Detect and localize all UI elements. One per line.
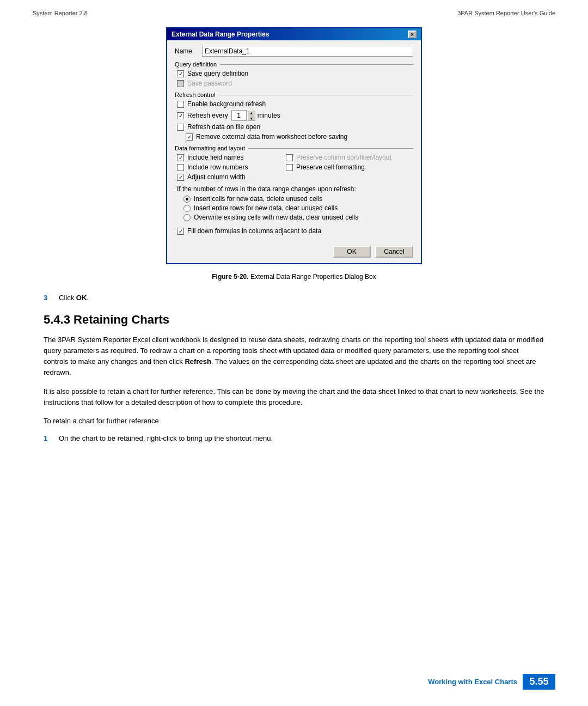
refresh-every-label: Refresh every xyxy=(187,112,228,119)
include-row-col: Include row numbers xyxy=(177,163,286,171)
refresh-every-row: Refresh every ▲ ▼ minutes xyxy=(175,110,413,121)
radio3-label: Overwrite existing cells with new data, … xyxy=(194,214,358,221)
step-3-number: 3 xyxy=(44,294,54,302)
refresh-spinner[interactable]: ▲ ▼ xyxy=(248,110,255,121)
enable-bg-checkbox[interactable] xyxy=(177,101,184,108)
preserve-sort-checkbox[interactable] xyxy=(286,154,293,161)
preserve-cell-label: Preserve cell formatting xyxy=(296,163,365,171)
step-1-text: On the chart to be retained, right-click… xyxy=(59,434,273,442)
footer-section-label: Working with Excel Charts xyxy=(428,678,517,686)
name-label: Name: xyxy=(175,47,202,55)
page-footer: Working with Excel Charts 5.55 xyxy=(0,674,588,690)
enable-bg-row: Enable background refresh xyxy=(175,100,413,108)
figure-caption: Figure 5-20. External Data Range Propert… xyxy=(44,273,544,281)
remove-external-checkbox[interactable] xyxy=(186,133,193,141)
formatting-section-label: Data formatting and layout xyxy=(175,145,413,151)
radio1-label: Insert cells for new data, delete unused… xyxy=(194,195,322,203)
name-input[interactable] xyxy=(202,46,413,57)
refresh-file-checkbox[interactable] xyxy=(177,124,184,131)
footer-page-number: 5.55 xyxy=(523,674,555,690)
include-field-label: Include field names xyxy=(187,154,243,161)
refresh-value-input[interactable] xyxy=(231,110,247,121)
preserve-sort-col: Preserve column sort/filter/layout xyxy=(286,154,391,161)
refresh-every-checkbox[interactable] xyxy=(177,112,184,119)
save-password-row: Save password xyxy=(175,80,413,87)
step-3-text-before: Click xyxy=(59,294,76,302)
include-row-row: Include row numbers Preserve cell format… xyxy=(175,163,413,171)
save-query-checkbox[interactable] xyxy=(177,70,184,77)
step-3-bold: OK xyxy=(76,294,87,302)
page-header-right: 3PAR System Reporter User's Guide xyxy=(457,10,555,16)
dialog-title-bar: External Data Range Properties × xyxy=(167,28,421,40)
refresh-unit-label: minutes xyxy=(258,112,280,119)
name-row: Name: xyxy=(175,46,413,57)
dialog-container: External Data Range Properties × Name: Q… xyxy=(44,27,544,264)
save-password-checkbox[interactable] xyxy=(177,80,184,87)
radio2-label: Insert entire rows for new data, clear u… xyxy=(194,204,338,212)
query-section-label: Query definition xyxy=(175,61,413,68)
refresh-file-row: Refresh data on file open xyxy=(175,123,413,131)
dialog-buttons: OK Cancel xyxy=(175,241,413,258)
ok-button[interactable]: OK xyxy=(333,246,371,258)
external-data-range-dialog: External Data Range Properties × Name: Q… xyxy=(166,27,422,264)
if-rows-change-label: If the number of rows in the data range … xyxy=(177,185,413,193)
adjust-col-row: Adjust column width xyxy=(175,173,413,181)
radio1-row: Insert cells for new data, delete unused… xyxy=(175,195,413,203)
page-header-left: System Reporter 2.8 xyxy=(33,10,88,16)
figure-caption-text: External Data Range Properties Dialog Bo… xyxy=(250,273,376,281)
fill-down-label: Fill down formulas in columns adjacent t… xyxy=(187,227,321,235)
include-field-checkbox[interactable] xyxy=(177,154,184,161)
preserve-cell-checkbox[interactable] xyxy=(286,164,293,171)
include-field-row: Include field names Preserve column sort… xyxy=(175,154,413,161)
remove-external-label: Remove external data from worksheet befo… xyxy=(196,133,347,141)
preserve-cell-col: Preserve cell formatting xyxy=(286,163,365,171)
save-query-row: Save query definition xyxy=(175,70,413,77)
remove-external-row: Remove external data from worksheet befo… xyxy=(175,133,413,141)
radio3-button[interactable] xyxy=(183,214,191,221)
step-3-text: Click OK. xyxy=(59,294,89,302)
include-row-checkbox[interactable] xyxy=(177,164,184,171)
spinner-up-button[interactable]: ▲ xyxy=(248,110,255,115)
cancel-button[interactable]: Cancel xyxy=(375,246,413,258)
step-1-number: 1 xyxy=(44,434,54,442)
enable-bg-label: Enable background refresh xyxy=(187,100,266,108)
preserve-sort-label: Preserve column sort/filter/layout xyxy=(296,154,391,161)
adjust-col-label: Adjust column width xyxy=(187,173,246,181)
fill-down-row: Fill down formulas in columns adjacent t… xyxy=(175,227,413,235)
save-query-label: Save query definition xyxy=(187,70,248,77)
paragraph-3: To retain a chart for further reference xyxy=(44,416,544,427)
radio1-button[interactable] xyxy=(183,196,191,203)
refresh-section-label: Refresh control xyxy=(175,92,413,98)
fill-down-checkbox[interactable] xyxy=(177,228,184,235)
save-password-label: Save password xyxy=(187,80,232,87)
refresh-file-label: Refresh data on file open xyxy=(187,123,260,131)
radio3-row: Overwrite existing cells with new data, … xyxy=(175,214,413,221)
section-heading: 5.4.3 Retaining Charts xyxy=(44,313,544,327)
paragraph-1: The 3PAR System Reporter Excel client wo… xyxy=(44,334,544,379)
refresh-bold: Refresh xyxy=(185,357,211,366)
radio2-row: Insert entire rows for new data, clear u… xyxy=(175,204,413,212)
dialog-title: External Data Range Properties xyxy=(171,31,269,38)
step-1: 1 On the chart to be retained, right-cli… xyxy=(44,434,544,442)
step-3: 3 Click OK. xyxy=(44,294,544,302)
dialog-close-button[interactable]: × xyxy=(408,31,416,38)
figure-caption-bold: Figure 5-20. xyxy=(212,273,248,281)
step-3-text-after: . xyxy=(87,294,89,302)
include-row-label: Include row numbers xyxy=(187,163,248,171)
dialog-body: Name: Query definition Save query defini… xyxy=(167,40,421,263)
spinner-down-button[interactable]: ▼ xyxy=(248,115,255,121)
radio2-button[interactable] xyxy=(183,205,191,212)
paragraph-2: It is also possible to retain a chart fo… xyxy=(44,386,544,408)
include-field-col: Include field names xyxy=(177,154,286,161)
adjust-col-checkbox[interactable] xyxy=(177,174,184,181)
